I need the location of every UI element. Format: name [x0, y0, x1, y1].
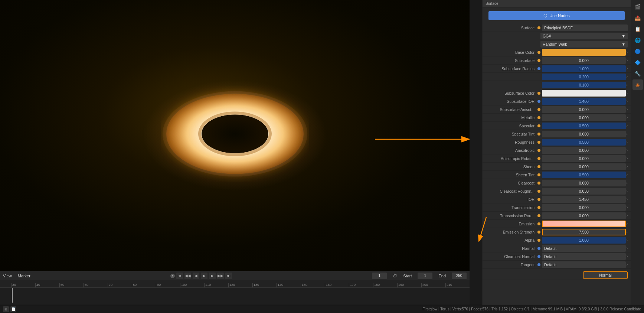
anisotropic-rot-value[interactable] [542, 155, 626, 162]
prev-keyframe-btn[interactable]: ◀◀ [184, 273, 191, 279]
world-icon[interactable]: 🔵 [632, 46, 643, 56]
subsurface-color-swatch[interactable] [542, 90, 626, 97]
viewport-3d[interactable] [0, 0, 470, 271]
alpha-dot [537, 239, 540, 242]
play-btn[interactable]: ▶ [201, 273, 207, 279]
ruler-mark-40: 40 [35, 283, 59, 287]
status-icon-right[interactable]: 📄 [10, 306, 16, 312]
properties-panel: Surface ⬡ Use Nodes Surface Principled B… [482, 0, 631, 313]
base-color-dot [537, 51, 540, 54]
base-color-swatch[interactable] [542, 49, 626, 56]
normal-row: Normal Default › [483, 244, 631, 252]
specular-tint-row: Specular Tint › [483, 130, 631, 138]
ruler-mark-180: 180 [373, 283, 397, 287]
ruler-mark-200: 200 [421, 283, 445, 287]
subsurface-value[interactable] [542, 57, 626, 64]
subsurface-anisot-value[interactable] [542, 106, 626, 113]
subsurface-arrow: › [627, 58, 628, 62]
transmission-label: Transmission [486, 205, 537, 210]
anisotropic-rot-label: Anisotropic Rotati... [486, 156, 537, 161]
current-frame-input[interactable] [372, 273, 387, 279]
panel-header: Surface [483, 0, 631, 7]
timeline-view-label[interactable]: View [3, 274, 12, 278]
normal-blend-box[interactable]: Normal [583, 271, 628, 279]
ggx-label: GGX [543, 34, 551, 38]
metallic-value[interactable] [542, 114, 626, 121]
material-props-icon[interactable]: ◉ [632, 79, 643, 90]
sheen-tint-value[interactable] [542, 172, 626, 178]
svg-point-2 [202, 115, 268, 153]
output-icon[interactable]: 📤 [632, 13, 643, 23]
prev-frame-btn[interactable]: ◀ [193, 273, 199, 279]
timeline-marker-label[interactable]: Marker [18, 274, 30, 278]
specular-tint-dot [537, 133, 540, 136]
random-walk-dropdown[interactable]: Random Walk ▼ [540, 41, 628, 48]
subsurface-radius-arrow: › [627, 66, 628, 71]
sheen-value[interactable] [542, 163, 626, 170]
render-icon[interactable]: 🎬 [632, 1, 643, 12]
ruler-mark-80: 80 [132, 283, 156, 287]
subsurface-radius-sub2-value[interactable] [542, 82, 626, 88]
view-layer-icon[interactable]: 📋 [632, 24, 643, 34]
subsurface-radius-value[interactable] [542, 65, 626, 72]
surface-label: Surface [486, 26, 537, 30]
ggx-dropdown[interactable]: GGX ▼ [540, 33, 628, 39]
use-nodes-container: ⬡ Use Nodes [483, 7, 631, 24]
clearcoat-roughness-value[interactable] [542, 188, 626, 195]
normal-blend-label: Normal [599, 273, 612, 277]
start-frame-input[interactable] [418, 273, 432, 279]
subsurface-ior-value[interactable] [542, 98, 626, 105]
object-icon[interactable]: 🔷 [632, 57, 643, 68]
roughness-value[interactable] [542, 139, 626, 146]
ruler-mark-90: 90 [156, 283, 180, 287]
next-keyframe-btn[interactable]: ▶▶ [217, 273, 224, 279]
next-frame-btn[interactable]: ▶ [209, 273, 216, 279]
normal-label: Normal [486, 246, 537, 251]
clearcoat-row: Clearcoat › [483, 179, 631, 187]
jump-end-btn[interactable]: ⏭ [225, 273, 232, 279]
transmission-roughness-value[interactable] [542, 212, 626, 219]
specular-tint-value[interactable] [542, 131, 626, 137]
clearcoat-label: Clearcoat [486, 181, 537, 185]
status-verts: Verts:576 [452, 307, 468, 311]
subsurface-radius-label: Subsurface Radius [486, 66, 537, 71]
use-nodes-button[interactable]: ⬡ Use Nodes [488, 11, 625, 20]
ruler-mark-120: 120 [228, 283, 252, 287]
ruler-mark-160: 160 [325, 283, 349, 287]
specular-value[interactable] [542, 123, 626, 129]
subsurface-color-row: Subsurface Color › [483, 89, 631, 97]
emission-strength-value[interactable] [542, 229, 626, 235]
modifiers-icon[interactable]: 🔧 [632, 68, 643, 79]
principled-bsdf-button[interactable]: Principled BSDF [542, 25, 628, 31]
transmission-value[interactable] [542, 204, 626, 211]
anisotropic-value[interactable] [542, 147, 626, 154]
base-color-label: Base Color [486, 50, 537, 55]
properties-side-icons: 🎬 📤 📋 🌐 🔵 🔷 🔧 ◉ [631, 0, 644, 313]
playhead-area[interactable] [0, 288, 470, 303]
end-frame-input[interactable] [452, 273, 467, 279]
scene-icon[interactable]: 🌐 [632, 35, 643, 45]
tangent-value[interactable]: Default [542, 261, 626, 268]
status-icon-left[interactable]: ⊞ [3, 306, 9, 312]
end-label: End [438, 274, 446, 278]
random-walk-dropdown-row: Random Walk ▼ [483, 40, 631, 48]
emission-arrow: › [627, 222, 628, 226]
emission-color-swatch[interactable] [542, 221, 626, 227]
subsurface-radius-sub2-row: › [483, 81, 631, 89]
roughness-row: Roughness › [483, 138, 631, 146]
sheen-tint-dot [537, 173, 540, 176]
emission-strength-dot [537, 231, 540, 234]
clearcoat-normal-value[interactable]: Default [542, 253, 626, 260]
alpha-value[interactable] [542, 237, 626, 244]
subsurface-radius-row: Subsurface Radius › [483, 65, 631, 73]
jump-start-btn[interactable]: ⏮ [176, 273, 183, 279]
clearcoat-value[interactable] [542, 180, 626, 186]
anisotropic-rot-dot [537, 157, 540, 160]
subsurface-radius-sub1-value[interactable] [542, 74, 626, 80]
normal-value[interactable]: Default [542, 245, 626, 252]
ior-value[interactable] [542, 196, 626, 203]
anisotropic-rot-row: Anisotropic Rotati... › [483, 154, 631, 163]
status-tris: Tris:1,152 [491, 307, 508, 311]
status-vram: VRAM: 0.3/2.0 GiB [566, 307, 597, 311]
subsurface-ior-label: Subsurface IOR [486, 99, 537, 104]
